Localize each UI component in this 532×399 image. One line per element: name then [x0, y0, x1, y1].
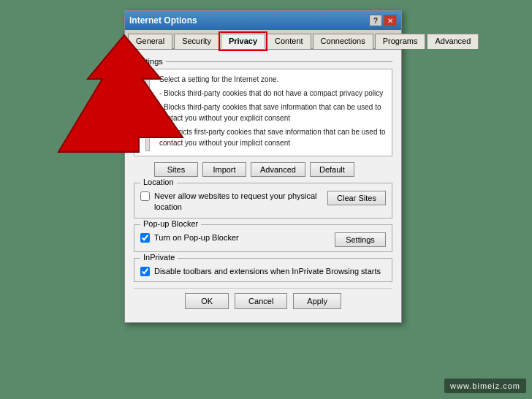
select-zone-text: Select a setting for the Internet zone. — [159, 74, 386, 85]
inprivate-label: InPrivate — [140, 253, 178, 262]
location-checkbox-label: Never allow websites to request your phy… — [154, 191, 327, 213]
title-bar: Internet Options ? ✕ — [125, 11, 401, 30]
privacy-description: Select a setting for the Internet zone. … — [159, 74, 386, 151]
tab-programs[interactable]: Programs — [375, 34, 426, 49]
advanced-button[interactable]: Advanced — [251, 162, 305, 177]
tab-general[interactable]: General — [128, 34, 172, 49]
cancel-button[interactable]: Cancel — [235, 293, 287, 309]
settings-label: Settings — [134, 57, 392, 66]
title-bar-buttons: ? ✕ — [369, 15, 397, 26]
slider-bar — [145, 74, 150, 151]
close-button[interactable]: ✕ — [384, 15, 397, 26]
sites-button[interactable]: Sites — [154, 162, 198, 177]
inprivate-checkbox[interactable] — [140, 267, 150, 276]
privacy-slider-track[interactable] — [140, 74, 155, 151]
location-checkbox-area: Never allow websites to request your phy… — [140, 191, 327, 213]
location-label: Location — [140, 178, 177, 186]
internet-options-dialog: Internet Options ? ✕ General Security Pr… — [124, 10, 402, 323]
slider-thumb[interactable] — [142, 105, 155, 111]
tab-advanced[interactable]: Advanced — [427, 34, 479, 49]
popup-blocker-label: Pop-up Blocker — [140, 219, 201, 228]
bullet2: - Blocks third-party cookies that save i… — [159, 102, 386, 123]
tab-connections[interactable]: Connections — [313, 34, 373, 49]
location-group: Location Never allow websites to request… — [134, 183, 392, 218]
location-inner: Never allow websites to request your phy… — [140, 188, 386, 213]
inprivate-checkbox-label: Disable toolbars and extensions when InP… — [154, 266, 381, 277]
settings-buttons-row: Sites Import Advanced Default — [134, 162, 392, 177]
inprivate-checkbox-area: Disable toolbars and extensions when InP… — [140, 263, 386, 277]
bullet3: - Restricts first-party cookies that sav… — [159, 126, 386, 148]
popup-blocker-group: Pop-up Blocker Turn on Pop-up Blocker Se… — [134, 224, 392, 252]
tab-security[interactable]: Security — [174, 34, 219, 49]
clear-sites-button[interactable]: Clear Sites — [327, 191, 386, 205]
tab-content[interactable]: Content — [267, 34, 311, 49]
tab-bar: General Security Privacy Content Connect… — [125, 30, 401, 50]
section-divider — [166, 61, 392, 62]
settings-slider-area: Select a setting for the Internet zone. … — [134, 69, 392, 156]
default-button[interactable]: Default — [310, 162, 354, 177]
popup-blocker-checkbox-label: Turn on Pop-up Blocker — [154, 232, 239, 243]
dialog-title: Internet Options — [129, 15, 197, 26]
tab-privacy[interactable]: Privacy — [221, 34, 265, 49]
popup-settings-button[interactable]: Settings — [335, 232, 386, 247]
help-button[interactable]: ? — [369, 15, 382, 26]
popup-checkbox-area: Turn on Pop-up Blocker — [140, 232, 335, 243]
bottom-buttons: OK Cancel Apply — [134, 288, 392, 315]
bullet1: - Blocks third-party cookies that do not… — [159, 88, 386, 99]
location-checkbox[interactable] — [140, 191, 150, 201]
inprivate-group: InPrivate Disable toolbars and extension… — [134, 258, 392, 282]
watermark: www.bimeiz.com — [444, 379, 526, 393]
popup-inner: Turn on Pop-up Blocker Settings — [140, 229, 386, 247]
popup-blocker-checkbox[interactable] — [140, 233, 150, 243]
ok-button[interactable]: OK — [185, 293, 229, 309]
apply-button[interactable]: Apply — [293, 293, 341, 309]
import-button[interactable]: Import — [202, 162, 246, 177]
dialog-content: Settings Select a setting for the Intern… — [125, 50, 401, 322]
